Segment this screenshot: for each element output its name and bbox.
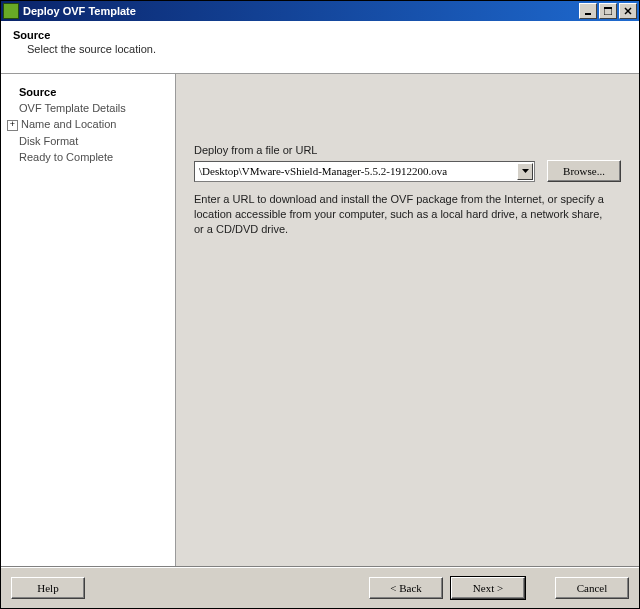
- wizard-footer: Help < Back Next > Cancel: [1, 567, 639, 608]
- help-button[interactable]: Help: [11, 577, 85, 599]
- window-title: Deploy OVF Template: [23, 5, 577, 17]
- wizard-body: Source OVF Template Details +Name and Lo…: [1, 74, 639, 567]
- step-disk-format[interactable]: Disk Format: [9, 133, 167, 149]
- svg-marker-5: [522, 169, 529, 173]
- header-subtitle: Select the source location.: [27, 43, 627, 55]
- step-ready[interactable]: Ready to Complete: [9, 149, 167, 165]
- path-row: Browse...: [194, 160, 621, 182]
- header-title: Source: [13, 29, 627, 41]
- cancel-button[interactable]: Cancel: [555, 577, 629, 599]
- close-button[interactable]: [619, 3, 637, 19]
- steps-sidebar: Source OVF Template Details +Name and Lo…: [1, 74, 176, 567]
- expand-icon[interactable]: +: [7, 120, 18, 131]
- path-input[interactable]: [195, 165, 516, 177]
- svg-rect-0: [585, 13, 591, 15]
- step-ovf-details[interactable]: OVF Template Details: [9, 100, 167, 116]
- step-source[interactable]: Source: [9, 84, 167, 100]
- app-icon: [3, 3, 19, 19]
- deploy-ovf-window: Deploy OVF Template Source Select the so…: [0, 0, 640, 609]
- svg-rect-2: [604, 7, 612, 9]
- maximize-button[interactable]: [599, 3, 617, 19]
- titlebar: Deploy OVF Template: [1, 1, 639, 21]
- main-panel: Deploy from a file or URL Browse... Ente…: [176, 74, 639, 567]
- dropdown-arrow-icon[interactable]: [517, 163, 533, 180]
- minimize-button[interactable]: [579, 3, 597, 19]
- wizard-header: Source Select the source location.: [1, 21, 639, 74]
- path-combobox[interactable]: [194, 161, 535, 182]
- step-name-location[interactable]: +Name and Location: [9, 116, 167, 133]
- deploy-label: Deploy from a file or URL: [194, 144, 621, 156]
- hint-text: Enter a URL to download and install the …: [194, 192, 614, 237]
- back-button[interactable]: < Back: [369, 577, 443, 599]
- browse-button[interactable]: Browse...: [547, 160, 621, 182]
- next-button[interactable]: Next >: [451, 577, 525, 599]
- window-controls: [577, 3, 637, 19]
